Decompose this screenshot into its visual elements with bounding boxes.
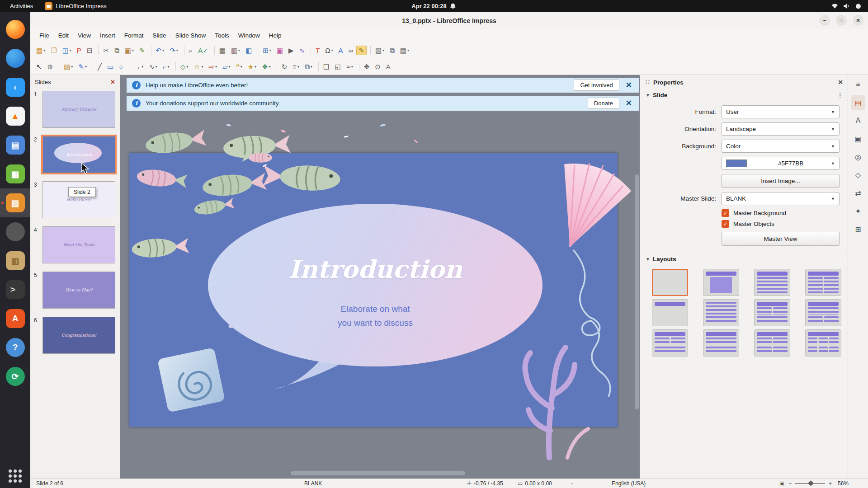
edit-points[interactable]: ✥ ▾ — [359, 62, 372, 71]
slide-thumbnail[interactable]: Congratulations! — [42, 317, 115, 354]
tab-animation[interactable]: ✦ — [851, 204, 865, 218]
master-background-checkbox[interactable]: ✓ Master Background — [722, 209, 849, 217]
horizontal-scrollbar[interactable] — [291, 471, 465, 475]
insert-media[interactable]: ▶ ▾ — [286, 46, 296, 55]
firefox[interactable] — [0, 15, 30, 44]
line-color[interactable]: ✎ ▾ — [76, 62, 89, 71]
fontwork-gallery[interactable]: A ▾ — [384, 62, 393, 71]
layout-option[interactable] — [754, 329, 790, 357]
layout-option[interactable] — [805, 269, 841, 296]
layout-option[interactable] — [754, 269, 790, 296]
background-select[interactable]: Color ▼ — [722, 140, 840, 153]
layout-option[interactable] — [652, 329, 688, 357]
duplicate-slide[interactable]: ⧉ ▾ — [387, 46, 397, 55]
layout-option[interactable] — [652, 269, 688, 296]
gimp[interactable] — [0, 217, 30, 246]
menu-item[interactable]: File — [35, 30, 54, 41]
slide-thumbnail[interactable]: Mystery Pictures — [42, 91, 115, 128]
insert-fontwork[interactable]: A ▾ — [336, 46, 345, 55]
menu-item[interactable]: Tools — [210, 30, 234, 41]
slide-thumbnail-row[interactable]: 6 Congratulations! — [30, 317, 120, 353]
minimize-button[interactable]: − — [819, 15, 830, 26]
layout-option[interactable] — [805, 299, 841, 326]
layout-option[interactable] — [703, 269, 739, 296]
insert-text-box[interactable]: T ▾ — [311, 46, 322, 55]
terminal[interactable]: >_ — [0, 275, 30, 304]
zoom-out-button[interactable]: − — [788, 480, 792, 487]
zoom-slider[interactable] — [795, 483, 825, 484]
focused-app-menu[interactable]: LibreOffice Impress — [45, 2, 106, 10]
zoom-percentage[interactable]: 56% — [838, 480, 849, 487]
slide-layout[interactable]: ▤ ▾ — [398, 46, 411, 55]
collapse-chevron-icon[interactable]: ▼ — [646, 257, 650, 262]
section-more-options-icon[interactable]: ⋮ — [837, 91, 844, 99]
donate-button[interactable]: Donate — [588, 98, 619, 109]
layout-option[interactable] — [703, 329, 739, 357]
rectangle[interactable]: ▭ ▾ — [105, 62, 116, 71]
slide-title-text[interactable]: Introduction — [208, 255, 542, 284]
insert-line[interactable]: ╱ ▾ — [93, 62, 104, 71]
layout-option[interactable] — [652, 299, 688, 326]
document-modified-icon[interactable]: ▫ — [571, 480, 573, 487]
zoom-slider-thumb[interactable] — [808, 480, 814, 486]
arrange[interactable]: ⧉ ▾ — [302, 62, 315, 71]
menu-item[interactable]: View — [73, 30, 95, 41]
shadow[interactable]: ❏ ▾ — [318, 62, 331, 71]
vertical-scrollbar[interactable] — [635, 174, 639, 409]
align-objects[interactable]: ≡ ▾ — [290, 62, 302, 71]
status-language[interactable]: English (USA) — [612, 480, 646, 487]
block-arrows[interactable]: ⇨ ▾ — [207, 62, 220, 71]
sidebar-settings-button[interactable]: ≡ — [851, 77, 865, 92]
display-grid[interactable]: ▦ ▾ — [214, 46, 228, 55]
tab-navigator[interactable]: ◎ — [851, 150, 865, 164]
thunderbird[interactable] — [0, 44, 30, 73]
select[interactable]: ↖ ▾ — [34, 62, 44, 71]
window-titlebar[interactable]: 13_0.pptx - LibreOffice Impress − □ ✕ — [30, 12, 868, 29]
flowchart[interactable]: ▱ ▾ — [220, 62, 233, 71]
tab-shapes[interactable]: ◇ — [851, 168, 865, 182]
format-select[interactable]: User ▼ — [722, 105, 840, 118]
slide-thumbnail-row[interactable]: 3 Hello there! — [30, 181, 120, 217]
3d-objects[interactable]: ❖ ▾ — [259, 62, 273, 71]
menu-item[interactable]: Help — [264, 30, 286, 41]
panel-splitter[interactable] — [120, 75, 120, 479]
insert-hyperlink[interactable]: ∞ ▾ — [346, 46, 356, 55]
crop-image[interactable]: ◱ ▾ — [332, 62, 343, 71]
tab-slide-transition[interactable]: ⇄ — [851, 186, 865, 200]
layout-option[interactable] — [754, 299, 790, 326]
lines-and-arrows[interactable]: → ▾ — [129, 62, 146, 71]
status-slide-indicator[interactable]: Slide 2 of 6 — [36, 480, 63, 487]
slide-thumbnail[interactable]: How to Play? — [42, 272, 115, 309]
infobar-close-icon[interactable]: ✕ — [624, 80, 633, 90]
slide-thumbnail[interactable]: Meet the Team — [42, 226, 115, 263]
zoom-in-button[interactable]: + — [829, 480, 832, 487]
slide-thumbnail-row[interactable]: 5 How to Play? — [30, 272, 120, 308]
tab-gallery[interactable]: ▣ — [851, 131, 865, 146]
rotate[interactable]: ↻ ▾ — [277, 62, 290, 71]
additional-app[interactable]: ⟳ — [0, 362, 30, 391]
speech-bubble-shape[interactable] — [208, 204, 542, 366]
menu-item[interactable]: Slide Show — [171, 30, 211, 41]
display-mode[interactable]: ◧ ▾ — [243, 46, 254, 55]
paste[interactable]: ▣ ▾ — [123, 46, 136, 55]
slide-canvas[interactable]: Introduction Elaborate on what you want … — [129, 153, 618, 427]
tab-properties[interactable]: ▤ — [851, 95, 865, 110]
show-applications-button[interactable] — [0, 469, 30, 483]
connectors[interactable]: ⌐ ▾ — [160, 62, 172, 71]
cut[interactable]: ✂ ▾ — [98, 46, 111, 55]
master-objects-checkbox[interactable]: ✓ Master Objects — [722, 220, 849, 228]
vlc[interactable]: ▲ — [0, 102, 30, 131]
libreoffice-writer[interactable]: ▤ — [0, 131, 30, 160]
infobar-close-icon[interactable]: ✕ — [624, 99, 633, 108]
symbol-shapes[interactable]: ☺ ▾ — [191, 62, 205, 71]
vscode[interactable]: ‹ — [0, 73, 30, 102]
ubuntu-software[interactable]: A — [0, 304, 30, 333]
libreoffice-calc[interactable]: ▦ — [0, 160, 30, 188]
tab-styles[interactable]: A — [851, 113, 865, 128]
fill-color[interactable]: ▨ ▾ — [59, 62, 75, 71]
slide-thumbnail-row[interactable]: 1 Mystery Pictures — [30, 91, 120, 127]
curves-and-polygons[interactable]: ∿ ▾ — [146, 62, 160, 71]
glue-points[interactable]: ⊙ ▾ — [373, 62, 383, 71]
print[interactable]: ⊟ ▾ — [85, 46, 95, 55]
insert-chart[interactable]: ∿ ▾ — [297, 46, 307, 55]
